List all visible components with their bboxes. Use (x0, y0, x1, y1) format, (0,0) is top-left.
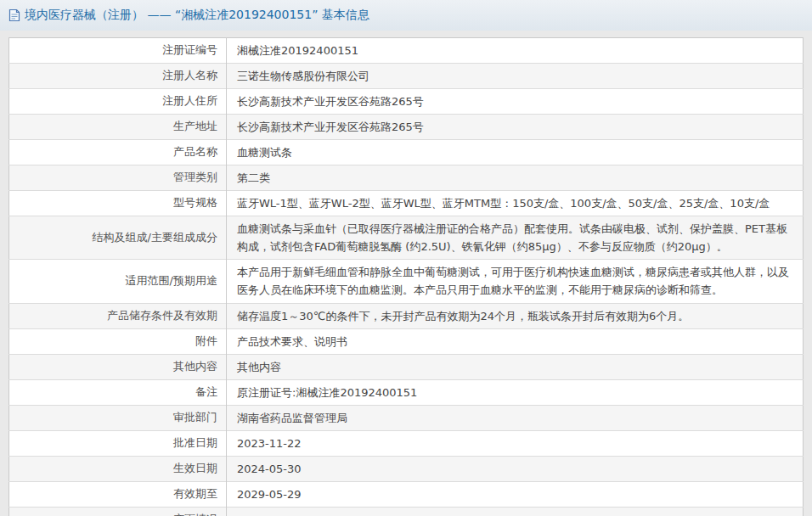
page-header: 境内医疗器械（注册） —— “湘械注准20192400151” 基本信息 (0, 0, 812, 31)
table-row: 产品储存条件及有效期 储存温度1～30℃的条件下，未开封产品有效期为24个月，瓶… (9, 303, 804, 328)
row-label: 变更情况 (173, 513, 217, 516)
table-row: 备注 原注册证号:湘械注准20192400151 (9, 379, 804, 405)
row-label: 生效日期 (173, 462, 217, 474)
row-value: 长沙高新技术产业开发区谷苑路265号 (237, 121, 424, 133)
table-row: 审批部门 湖南省药品监督管理局 (9, 405, 804, 430)
row-label: 其他内容 (173, 360, 217, 373)
row-label: 产品名称 (173, 145, 217, 158)
table-row: 批准日期 2023-11-22 (9, 430, 804, 456)
row-value: 三诺生物传感股份有限公司 (237, 70, 369, 82)
table-row: 附件 产品技术要求、说明书 (9, 328, 804, 354)
row-label: 产品储存条件及有效期 (107, 309, 217, 322)
row-label: 适用范围/预期用途 (126, 274, 217, 287)
table-row: 生效日期 2024-05-30 (9, 456, 804, 481)
table-row: 变更情况 (9, 507, 804, 516)
row-label: 生产地址 (173, 120, 217, 132)
row-value: 2024-05-30 (237, 463, 302, 475)
row-label: 注册人名称 (162, 69, 217, 81)
row-value: 2029-05-29 (237, 488, 302, 501)
table-row: 结构及组成/主要组成成分 血糖测试条与采血针（已取得医疗器械注册证的合格产品）配… (9, 216, 804, 260)
row-value: 原注册证号:湘械注准20192400151 (237, 386, 417, 399)
info-table-body: 注册证编号 湘械注准20192400151 注册人名称 三诺生物传感股份有限公司… (9, 38, 804, 516)
row-value: 湖南省药品监督管理局 (237, 412, 347, 424)
row-value: 其他内容 (237, 361, 281, 373)
row-value: 湘械注准20192400151 (237, 44, 358, 57)
row-value: 2023-11-22 (237, 437, 302, 450)
table-row: 生产地址 长沙高新技术产业开发区谷苑路265号 (9, 115, 804, 140)
row-value: 血糖测试条 (237, 146, 292, 159)
row-value: 第二类 (237, 171, 270, 184)
table-row: 其他内容 其他内容 (9, 354, 804, 379)
row-value: 蓝牙WL-1型、蓝牙WL-2型、蓝牙WL型、蓝牙MTM型：150支/盒、100支… (237, 197, 770, 210)
row-label: 注册证编号 (162, 43, 217, 56)
row-label: 型号规格 (173, 196, 217, 209)
table-row: 注册人住所 长沙高新技术产业开发区谷苑路265号 (9, 89, 804, 115)
row-value: 长沙高新技术产业开发区谷苑路265号 (237, 95, 424, 108)
row-label: 注册人住所 (162, 94, 217, 107)
table-row: 注册人名称 三诺生物传感股份有限公司 (9, 64, 804, 89)
row-label: 备注 (195, 385, 217, 398)
table-row: 产品名称 血糖测试条 (9, 140, 804, 165)
row-value: 产品技术要求、说明书 (237, 335, 347, 348)
row-value: 储存温度1～30℃的条件下，未开封产品有效期为24个月，瓶装试条开封后有效期为6… (237, 310, 689, 322)
table-row: 型号规格 蓝牙WL-1型、蓝牙WL-2型、蓝牙WL型、蓝牙MTM型：150支/盒… (9, 191, 804, 216)
table-row: 适用范围/预期用途 本产品用于新鲜毛细血管和静脉全血中葡萄糖测试，可用于医疗机构… (9, 260, 804, 303)
table-row: 有效期至 2029-05-29 (9, 481, 804, 507)
table-row: 管理类别 第二类 (9, 165, 804, 191)
registration-info-table: 注册证编号 湘械注准20192400151 注册人名称 三诺生物传感股份有限公司… (8, 37, 804, 516)
row-label: 批准日期 (173, 436, 217, 449)
row-label: 审批部门 (173, 411, 217, 423)
row-label: 结构及组成/主要组成成分 (93, 231, 217, 244)
row-value: 血糖测试条与采血针（已取得医疗器械注册证的合格产品）配套使用。试条由碳电极、试剂… (237, 222, 787, 253)
page-title: 境内医疗器械（注册） —— “湘械注准20192400151” 基本信息 (25, 8, 369, 23)
row-label: 附件 (195, 334, 217, 347)
document-icon (8, 8, 20, 22)
row-label: 管理类别 (173, 171, 217, 183)
table-row: 注册证编号 湘械注准20192400151 (9, 38, 804, 64)
row-label: 有效期至 (173, 487, 217, 500)
row-value: 本产品用于新鲜毛细血管和静脉全血中葡萄糖测试，可用于医疗机构快速血糖测试，糖尿病… (237, 266, 789, 296)
registration-info-table-wrap: 注册证编号 湘械注准20192400151 注册人名称 三诺生物传感股份有限公司… (8, 37, 804, 516)
